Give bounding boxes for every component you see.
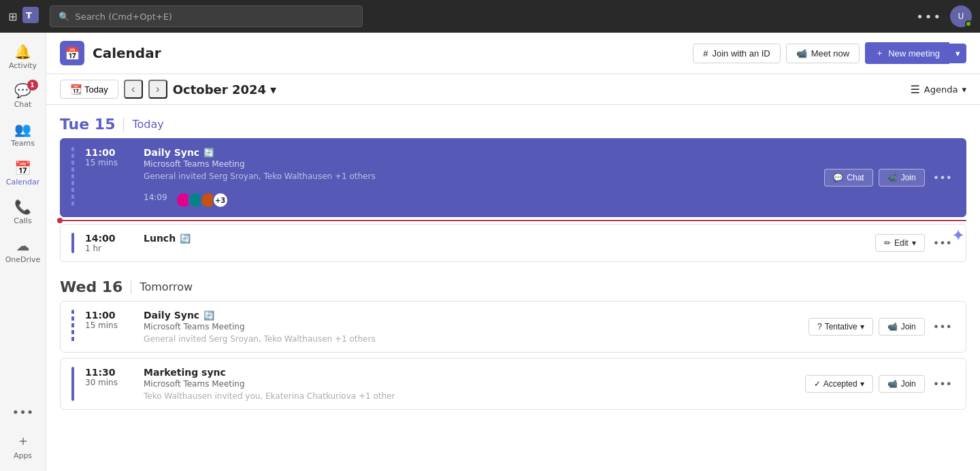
- prev-nav-button[interactable]: ‹: [124, 80, 143, 99]
- page-title: Calendar: [93, 45, 161, 61]
- edit-button-lunch[interactable]: ✏ Edit ▾: [875, 234, 925, 252]
- event-duration-ds16: 15 mins: [85, 321, 133, 330]
- event-card-inner: 11:00 15 mins Daily Sync 🔄 Microsoft Tea…: [61, 139, 966, 216]
- event-title-mkt: Marketing sync: [144, 367, 794, 378]
- calls-label: Calls: [14, 216, 31, 225]
- teams-label: Teams: [11, 139, 35, 148]
- topbar-more-icon[interactable]: •••: [916, 10, 942, 24]
- event-card-inner-mkt: 11:30 30 mins Marketing sync Microsoft T…: [61, 359, 966, 409]
- calendar-header: 📅 Calendar # Join with an ID 📹 Meet now …: [46, 33, 980, 74]
- apps-icon: ＋: [16, 432, 30, 450]
- sidebar-item-apps[interactable]: ＋ Apps: [3, 426, 44, 466]
- day-label-tue15: Today: [132, 118, 163, 131]
- today-button[interactable]: 📆 Today: [60, 80, 118, 99]
- event-actions-1: 💬 Chat 📹 Join •••: [824, 169, 955, 187]
- event-desc-ds16: General invited Serg Sroyan, Teko Waltha…: [144, 334, 798, 344]
- event-card-daily-sync-15: 11:00 15 mins Daily Sync 🔄 Microsoft Tea…: [60, 138, 966, 217]
- avatar-count: +3: [212, 192, 229, 208]
- topbar: ⊞ T 🔍 Search (Cmd+Opt+E) ••• U: [0, 0, 980, 33]
- event-more-mkt[interactable]: •••: [930, 375, 955, 393]
- new-meeting-button-group: ＋ New meeting ▾: [865, 42, 966, 64]
- sidebar-item-onedrive[interactable]: ☁ OneDrive: [3, 232, 44, 270]
- topbar-right: ••• U: [916, 5, 972, 27]
- sidebar-item-calendar[interactable]: 📅 Calendar: [3, 155, 44, 192]
- day-divider-wed16: [131, 280, 131, 294]
- calendar-label: Calendar: [6, 178, 39, 186]
- onedrive-label: OneDrive: [5, 255, 41, 264]
- join-button-1[interactable]: 📹 Join: [879, 169, 925, 186]
- new-meeting-arrow[interactable]: ▾: [949, 44, 966, 63]
- repeat-icon-lunch: 🔄: [180, 233, 191, 244]
- day-divider: [123, 118, 124, 131]
- event-stripe-lunch: [71, 233, 74, 253]
- video-icon: 📹: [796, 48, 807, 59]
- event-actions-ds16: ? Tentative ▾ 📹 Join •••: [808, 318, 955, 336]
- event-subtitle-mkt: Microsoft Teams Meeting: [144, 379, 794, 389]
- join-video-icon-ds16: 📹: [887, 322, 898, 331]
- event-time-block-mkt: 11:30 30 mins: [85, 367, 133, 387]
- grid-icon[interactable]: ⊞: [8, 10, 17, 23]
- chat-button-1[interactable]: 💬 Chat: [824, 169, 872, 186]
- agenda-toggle[interactable]: ☰ Agenda ▾: [911, 83, 966, 96]
- calendar-body: Tue 15 Today 11:00 15 mins Da: [46, 105, 980, 471]
- plus-icon: ＋: [875, 47, 884, 59]
- more-icon: •••: [12, 405, 34, 419]
- event-more-ds16[interactable]: •••: [930, 318, 955, 336]
- sidebar-item-teams[interactable]: 👥 Teams: [3, 116, 44, 153]
- day-section-wed16: Wed 16 Tomorrow 11:00 15 mins: [60, 267, 966, 410]
- search-bar[interactable]: 🔍 Search (Cmd+Opt+E): [50, 5, 363, 27]
- event-info-ds16: Daily Sync 🔄 Microsoft Teams Meeting Gen…: [144, 310, 798, 344]
- calendar-small-icon: 📆: [70, 84, 82, 95]
- event-subtitle-ds16: Microsoft Teams Meeting: [144, 322, 798, 331]
- chevron-down-icon: ▾: [956, 48, 960, 59]
- join-button-mkt[interactable]: 📹 Join: [879, 375, 925, 393]
- event-stripe-1: [71, 147, 74, 208]
- calendar-app-icon: 📅: [60, 41, 84, 65]
- sidebar-item-more[interactable]: •••: [3, 400, 44, 425]
- next-nav-button[interactable]: ›: [148, 80, 167, 99]
- event-time-block-1: 11:00 15 mins: [85, 147, 133, 167]
- event-time-block-ds16: 11:00 15 mins: [85, 310, 133, 330]
- event-desc-1: General invited Serg Sroyan, Teko Waltha…: [144, 172, 813, 181]
- calendar-icon-sidebar: 📅: [14, 160, 31, 176]
- svg-text:T: T: [26, 10, 32, 20]
- day-header-wed16: Wed 16 Tomorrow: [60, 267, 966, 301]
- sidebar-item-chat[interactable]: 💬 Chat 1: [3, 77, 44, 114]
- event-time-lunch: 14:00: [85, 233, 133, 244]
- apps-label: Apps: [14, 451, 32, 460]
- header-actions: # Join with an ID 📹 Meet now ＋ New meeti…: [693, 42, 966, 64]
- event-duration-1: 15 mins: [85, 158, 133, 167]
- meet-now-button[interactable]: 📹 Meet now: [786, 44, 860, 63]
- sidebar-item-calls[interactable]: 📞 Calls: [3, 193, 44, 231]
- sidebar: 🔔 Activity 💬 Chat 1 👥 Teams 📅 Calendar 📞…: [0, 33, 46, 471]
- tentative-chevron-icon: ▾: [860, 322, 864, 331]
- avatar-group: +3: [176, 192, 229, 208]
- event-more-1[interactable]: •••: [930, 169, 955, 187]
- user-avatar[interactable]: U: [950, 5, 972, 27]
- new-meeting-main[interactable]: ＋ New meeting: [865, 42, 949, 64]
- join-button-ds16[interactable]: 📹 Join: [879, 318, 925, 336]
- event-desc-mkt: Teko Walthausen invited you, Ekaterina C…: [144, 391, 794, 401]
- accepted-button[interactable]: ✓ Accepted ▾: [805, 375, 873, 393]
- teams-icon: 👥: [14, 121, 31, 137]
- copilot-button[interactable]: ✦: [945, 222, 972, 249]
- secondary-time: 14:09: [144, 193, 167, 202]
- event-time-ds16: 11:00: [85, 310, 133, 321]
- teams-logo: T: [22, 7, 39, 27]
- search-placeholder: Search (Cmd+Opt+E): [75, 12, 172, 22]
- event-actions-lunch: ✏ Edit ▾ •••: [875, 234, 955, 253]
- event-secondary-row: 14:09 +3: [144, 186, 813, 208]
- month-chevron-icon: ▾: [270, 82, 276, 97]
- event-card-lunch: 14:00 1 hr Lunch 🔄 ✏ Edi: [60, 224, 966, 262]
- join-video-icon-mkt: 📹: [887, 379, 898, 389]
- month-label[interactable]: October 2024 ▾: [173, 82, 276, 97]
- calls-icon: 📞: [14, 199, 31, 215]
- chat-action-icon: 💬: [833, 173, 843, 182]
- join-with-id-button[interactable]: # Join with an ID: [693, 44, 781, 63]
- tentative-button[interactable]: ? Tentative ▾: [808, 318, 873, 336]
- event-stripe-ds16: [71, 310, 74, 344]
- accepted-chevron-icon: ▾: [860, 379, 864, 389]
- event-card-marketing: 11:30 30 mins Marketing sync Microsoft T…: [60, 358, 966, 410]
- sidebar-item-activity[interactable]: 🔔 Activity: [3, 38, 44, 76]
- event-subtitle-1: Microsoft Teams Meeting: [144, 159, 813, 169]
